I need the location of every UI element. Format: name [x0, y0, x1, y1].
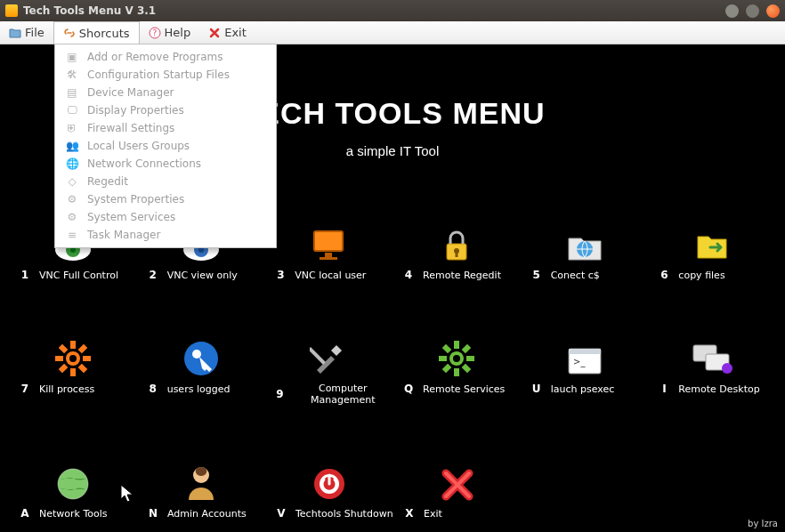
dd-config-startup[interactable]: 🛠Configuration Startup Files [55, 66, 276, 84]
tools-icon [310, 340, 347, 377]
svg-rect-19 [83, 356, 91, 361]
folder-icon [9, 27, 21, 39]
svg-text:>_: >_ [573, 357, 586, 367]
svg-rect-13 [455, 252, 457, 257]
svg-rect-31 [439, 356, 447, 361]
svg-rect-29 [454, 341, 459, 349]
tool-admin-accounts[interactable]: NAdmin Accounts [137, 452, 265, 520]
tool-techtools-shutdown[interactable]: VTechtools Shutdown [265, 452, 393, 520]
footer-credit: by Izra [748, 519, 778, 528]
dd-firewall-settings[interactable]: ⛨Firewall Settings [55, 119, 276, 137]
dd-system-services[interactable]: ⚙System Services [55, 208, 276, 226]
tool-computer-management[interactable]: 9Computer Management [264, 327, 392, 406]
menu-help[interactable]: ? Help [140, 21, 200, 44]
tool-launch-psexec[interactable]: >_ Ulauch psexec [521, 327, 649, 406]
monitor-icon [309, 228, 348, 263]
shortcuts-dropdown: ▣Add or Remove Programs 🛠Configuration S… [54, 44, 277, 248]
network-icon: 🌐 [66, 157, 78, 170]
svg-rect-18 [55, 356, 63, 361]
svg-rect-9 [325, 253, 332, 257]
svg-point-43 [722, 363, 732, 374]
svg-rect-17 [70, 368, 76, 376]
tool-copy-files[interactable]: 6copy files [648, 214, 776, 281]
user-icon [183, 464, 219, 502]
gear-icon [438, 340, 475, 377]
svg-point-37 [453, 355, 460, 362]
svg-rect-21 [59, 364, 69, 374]
tool-connect-cshare[interactable]: 5Conect c$ [521, 214, 649, 281]
monitors-icon [690, 342, 734, 377]
dd-system-properties[interactable]: ⚙System Properties [55, 190, 276, 208]
menu-file[interactable]: File [0, 21, 53, 44]
dd-device-manager[interactable]: ▤Device Manager [55, 84, 276, 101]
folder-arrow-icon [692, 228, 732, 263]
key-icon [182, 340, 220, 377]
svg-rect-35 [442, 344, 452, 354]
svg-rect-16 [70, 341, 76, 349]
users-icon: 👥 [66, 140, 78, 152]
tool-remote-desktop[interactable]: IRemote Desktop [648, 327, 776, 406]
shield-icon: ⛨ [66, 122, 78, 134]
dd-network-connections[interactable]: 🌐Network Connections [55, 155, 276, 173]
svg-rect-20 [77, 344, 87, 354]
maximize-button[interactable] [746, 4, 759, 18]
menu-exit[interactable]: Exit [199, 21, 255, 44]
svg-rect-32 [466, 356, 474, 361]
cursor-icon [120, 484, 134, 504]
menubar: File Shorcuts ? Help Exit [0, 21, 785, 44]
gears-icon: ⚙ [66, 211, 78, 223]
tool-exit[interactable]: XExit [393, 452, 522, 520]
tool-users-logged[interactable]: 8users logged [137, 327, 265, 406]
content-area: TECH TOOLS MENU a simple IT Tool 1VNC Fu… [0, 44, 785, 532]
dd-local-users-groups[interactable]: 👥Local Users Groups [55, 137, 276, 155]
help-icon: ? [149, 27, 161, 39]
terminal-icon: >_ [565, 345, 604, 377]
gear-icon [54, 340, 92, 377]
menu-shortcuts[interactable]: Shorcuts [53, 21, 140, 44]
close-icon [208, 27, 221, 39]
svg-rect-39 [569, 349, 601, 354]
svg-rect-33 [462, 344, 472, 354]
dd-task-manager[interactable]: ≡Task Manager [55, 226, 276, 244]
app-icon [5, 4, 18, 17]
close-button[interactable] [766, 4, 780, 18]
wrench-icon: 🛠 [66, 69, 78, 81]
tool-network-tools[interactable]: ANetwork Tools [9, 452, 137, 520]
tool-remote-regedit[interactable]: 4Remote Regedit [392, 214, 521, 281]
power-icon [312, 466, 347, 502]
titlebar: Tech Tools Menu V 3.1 [0, 0, 785, 21]
folder-globe-icon [565, 230, 604, 263]
dd-regedit[interactable]: ◇Regedit [55, 173, 276, 190]
gear-icon: ⚙ [66, 193, 78, 206]
package-icon: ▣ [66, 51, 78, 63]
svg-text:?: ? [152, 28, 157, 37]
svg-rect-34 [442, 364, 452, 374]
tool-vnc-local-user[interactable]: 3VNC local user [264, 214, 392, 281]
svg-rect-22 [59, 344, 69, 354]
activity-icon: ≡ [66, 229, 78, 241]
chip-icon: ▤ [66, 86, 78, 99]
svg-rect-36 [462, 364, 472, 374]
globe-icon [55, 466, 91, 502]
monitor-icon: 🖵 [66, 104, 78, 117]
svg-point-24 [69, 355, 77, 362]
svg-rect-8 [314, 231, 343, 251]
window-title: Tech Tools Menu V 3.1 [23, 4, 156, 17]
minimize-button[interactable] [725, 4, 739, 18]
lock-icon [441, 228, 472, 263]
svg-rect-27 [310, 347, 326, 365]
registry-icon: ◇ [66, 175, 78, 188]
svg-rect-10 [320, 257, 337, 260]
dd-add-remove-programs[interactable]: ▣Add or Remove Programs [55, 48, 276, 66]
tool-remote-services[interactable]: QRemote Services [392, 327, 521, 406]
tool-kill-process[interactable]: 7Kill process [9, 327, 137, 406]
svg-rect-23 [77, 364, 87, 374]
dd-display-properties[interactable]: 🖵Display Properties [55, 101, 276, 119]
link-icon [63, 27, 76, 39]
close-icon [441, 468, 474, 502]
svg-rect-30 [454, 368, 459, 376]
